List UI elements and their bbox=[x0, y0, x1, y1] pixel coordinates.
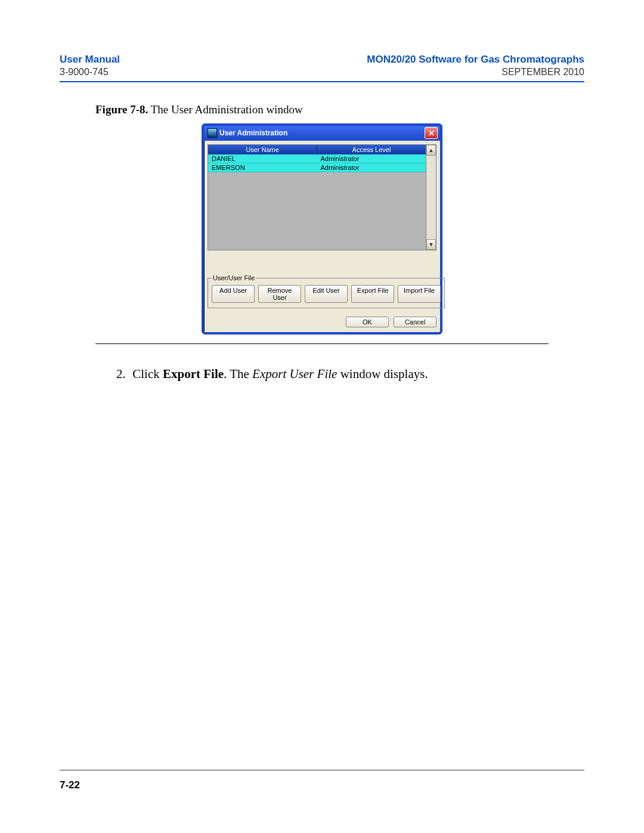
grid-header: User Name Access Level bbox=[208, 145, 426, 154]
cell-username: EMERSON bbox=[208, 163, 317, 172]
header-rule bbox=[60, 81, 584, 82]
fieldset-legend: User/User File bbox=[212, 274, 256, 281]
header-right-title: MON20/20 Software for Gas Chromatographs bbox=[367, 54, 584, 66]
grid-row[interactable]: EMERSON Administrator bbox=[208, 163, 426, 172]
col-header-username[interactable]: User Name bbox=[208, 145, 317, 154]
figure-label-strong: Figure 7-8. bbox=[95, 103, 148, 116]
add-user-button[interactable]: Add User bbox=[212, 285, 255, 303]
close-button[interactable]: ✕ bbox=[425, 127, 438, 139]
app-icon bbox=[208, 128, 217, 138]
step-text-mid: . The bbox=[224, 367, 252, 381]
dialog-body: User Name Access Level DANIEL Administra… bbox=[204, 141, 440, 332]
step-number: 2. bbox=[116, 365, 129, 384]
cancel-button[interactable]: Cancel bbox=[394, 317, 436, 327]
edit-user-button[interactable]: Edit User bbox=[305, 285, 348, 303]
user-file-fieldset: User/User File Add User Remove User Edit… bbox=[208, 274, 445, 308]
chevron-down-icon: ▼ bbox=[429, 241, 434, 247]
grid-scrollbar[interactable]: ▲ ▼ bbox=[426, 145, 436, 250]
step-italic: Export User File bbox=[252, 367, 337, 381]
cell-username: DANIEL bbox=[208, 154, 317, 163]
page-number: 7-22 bbox=[60, 779, 80, 791]
user-admin-dialog: User Administration ✕ User Name Access L… bbox=[202, 123, 442, 335]
dialog-title: User Administration bbox=[219, 129, 287, 137]
scroll-up-button[interactable]: ▲ bbox=[426, 145, 436, 156]
figure-sep-rule bbox=[95, 343, 549, 344]
page-header: User Manual MON20/20 Software for Gas Ch… bbox=[60, 54, 584, 66]
figure-caption: Figure 7-8. The User Administration wind… bbox=[95, 103, 584, 116]
grid-empty-area bbox=[208, 172, 426, 250]
step-text-pre: Click bbox=[132, 367, 163, 381]
close-icon: ✕ bbox=[428, 129, 435, 137]
page-subheader: 3-9000-745 SEPTEMBER 2010 bbox=[60, 67, 584, 78]
col-header-accesslevel[interactable]: Access Level bbox=[317, 145, 426, 154]
import-file-button[interactable]: Import File bbox=[398, 285, 441, 303]
chevron-up-icon: ▲ bbox=[429, 147, 434, 153]
cell-accesslevel: Administrator bbox=[317, 154, 426, 163]
footer-rule bbox=[60, 770, 584, 770]
step-text-post: window displays. bbox=[337, 367, 428, 381]
step-2: 2. Click Export File. The Export User Fi… bbox=[116, 365, 549, 384]
cell-accesslevel: Administrator bbox=[317, 163, 426, 172]
ok-button[interactable]: OK bbox=[346, 317, 389, 327]
doc-number: 3-9000-745 bbox=[60, 67, 109, 78]
remove-user-button[interactable]: Remove User bbox=[258, 285, 301, 303]
step-bold: Export File bbox=[163, 367, 224, 381]
figure-label-rest: The User Administration window bbox=[148, 103, 302, 116]
titlebar[interactable]: User Administration ✕ bbox=[204, 126, 440, 141]
header-left-title: User Manual bbox=[60, 54, 120, 66]
export-file-button[interactable]: Export File bbox=[351, 285, 394, 303]
user-grid: User Name Access Level DANIEL Administra… bbox=[208, 144, 436, 250]
doc-date: SEPTEMBER 2010 bbox=[501, 67, 584, 78]
grid-row[interactable]: DANIEL Administrator bbox=[208, 154, 426, 163]
scroll-down-button[interactable]: ▼ bbox=[426, 239, 436, 250]
